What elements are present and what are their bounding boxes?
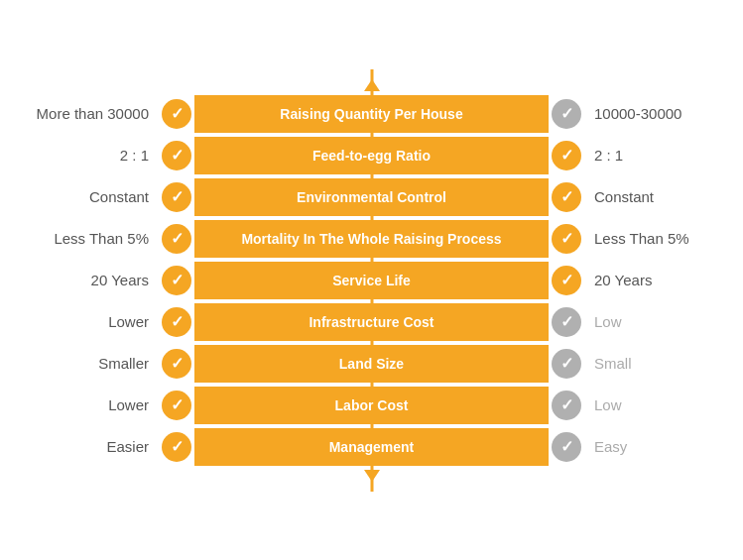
right-check-container bbox=[549, 99, 584, 129]
left-value: Lower bbox=[0, 396, 159, 413]
left-check-container bbox=[159, 141, 194, 170]
row-service-life: 20 Years Service Life 20 Years bbox=[0, 262, 743, 299]
left-check-container bbox=[159, 349, 194, 379]
left-check-container bbox=[159, 182, 194, 212]
left-value: 20 Years bbox=[0, 272, 159, 288]
left-check-container bbox=[159, 307, 194, 337]
row-raising-quantity: More than 30000 Raising Quantity Per Hou… bbox=[0, 95, 743, 133]
center-label: Management bbox=[194, 428, 549, 466]
row-infrastructure-cost: Lower Infrastructure Cost Low bbox=[0, 303, 743, 341]
right-check-container bbox=[549, 224, 584, 254]
center-label: Service Life bbox=[194, 262, 549, 299]
right-check-container bbox=[549, 182, 584, 212]
left-check-icon bbox=[162, 182, 191, 212]
row-land-size: Smaller Land Size Small bbox=[0, 345, 743, 383]
right-value: Low bbox=[584, 396, 743, 413]
left-check-icon bbox=[162, 224, 191, 254]
right-value: Constant bbox=[584, 188, 743, 205]
comparison-table: More than 30000 Raising Quantity Per Hou… bbox=[0, 69, 743, 492]
right-check-container bbox=[549, 141, 584, 170]
right-check-icon bbox=[552, 182, 581, 212]
left-value: Lower bbox=[0, 313, 159, 330]
right-check-container bbox=[549, 307, 584, 337]
center-label: Land Size bbox=[194, 345, 549, 383]
left-check-icon bbox=[162, 432, 191, 462]
right-check-icon bbox=[552, 349, 581, 379]
left-value: 2 : 1 bbox=[0, 147, 159, 164]
right-value: 10000-30000 bbox=[584, 105, 743, 122]
row-management: Easier Management Easy bbox=[0, 428, 743, 466]
left-check-container bbox=[159, 224, 194, 254]
right-check-container bbox=[549, 432, 584, 462]
left-check-icon bbox=[162, 141, 191, 170]
right-check-icon bbox=[552, 391, 581, 420]
left-value: Easier bbox=[0, 438, 159, 455]
left-check-icon bbox=[162, 349, 191, 379]
arrow-bottom bbox=[364, 470, 380, 482]
left-check-icon bbox=[162, 99, 191, 129]
left-check-container bbox=[159, 432, 194, 462]
arrow-top bbox=[364, 79, 380, 91]
right-value: 2 : 1 bbox=[584, 147, 743, 164]
left-value: Less Than 5% bbox=[0, 230, 159, 247]
center-label: Infrastructure Cost bbox=[194, 303, 549, 341]
right-value: Small bbox=[584, 355, 743, 372]
right-check-container bbox=[549, 349, 584, 379]
center-label: Environmental Control bbox=[194, 178, 549, 216]
left-value: More than 30000 bbox=[0, 105, 159, 122]
right-check-icon bbox=[552, 432, 581, 462]
row-env-control: Constant Environmental Control Constant bbox=[0, 178, 743, 216]
right-value: 20 Years bbox=[584, 272, 743, 288]
row-mortality: Less Than 5% Mortality In The Whole Rais… bbox=[0, 220, 743, 258]
right-check-icon bbox=[552, 307, 581, 337]
left-value: Smaller bbox=[0, 355, 159, 372]
right-value: Less Than 5% bbox=[584, 230, 743, 247]
right-check-icon bbox=[552, 141, 581, 170]
left-check-container bbox=[159, 391, 194, 420]
right-check-icon bbox=[552, 266, 581, 295]
left-check-container bbox=[159, 99, 194, 129]
left-value: Constant bbox=[0, 188, 159, 205]
center-label: Raising Quantity Per House bbox=[194, 95, 549, 133]
right-check-container bbox=[549, 391, 584, 420]
center-label: Feed-to-egg Ratio bbox=[194, 137, 549, 174]
left-check-icon bbox=[162, 307, 191, 337]
right-check-icon bbox=[552, 224, 581, 254]
row-feed-to-egg: 2 : 1 Feed-to-egg Ratio 2 : 1 bbox=[0, 137, 743, 174]
left-check-icon bbox=[162, 391, 191, 420]
center-label: Labor Cost bbox=[194, 387, 549, 424]
center-label: Mortality In The Whole Raising Process bbox=[194, 220, 549, 258]
left-check-icon bbox=[162, 266, 191, 295]
right-value: Low bbox=[584, 313, 743, 330]
left-check-container bbox=[159, 266, 194, 295]
row-labor-cost: Lower Labor Cost Low bbox=[0, 387, 743, 424]
right-check-icon bbox=[552, 99, 581, 129]
right-value: Easy bbox=[584, 438, 743, 455]
right-check-container bbox=[549, 266, 584, 295]
